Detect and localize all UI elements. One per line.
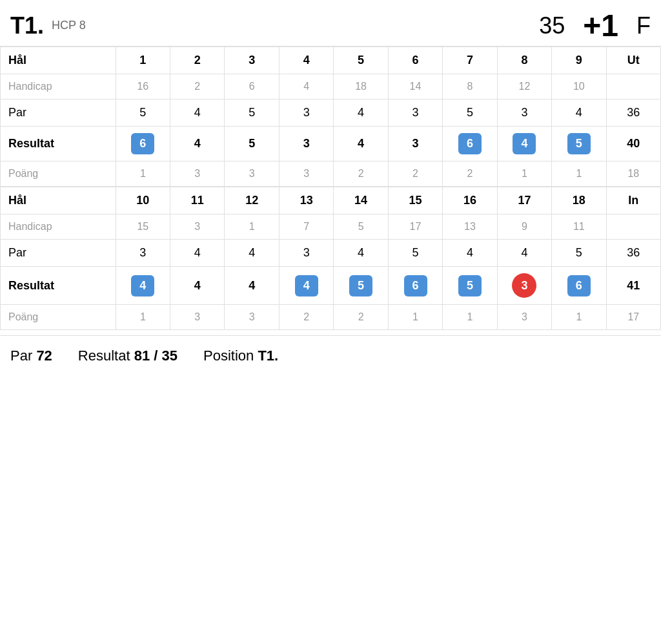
back9-poang-in: 17	[606, 305, 660, 330]
footer-par-value: 72	[36, 348, 52, 364]
front9-poang-8: 1	[497, 161, 551, 187]
front9-res-3: 5	[225, 127, 279, 161]
front9-par-7: 5	[443, 99, 497, 127]
front9-hcp-5: 18	[334, 74, 388, 99]
back9-res-13: 4	[279, 267, 333, 305]
back9-par-13: 3	[279, 240, 333, 267]
header-score: 35	[539, 12, 565, 39]
front9-res-2: 4	[170, 127, 225, 161]
front9-resultat-row: Resultat 6 4 5 3 4 3 6 4 5 40	[1, 127, 661, 161]
back9-hole-13: 13	[279, 187, 333, 214]
back9-handicap-label: Handicap	[1, 214, 116, 240]
footer-resultat: Resultat 81 / 35	[78, 348, 178, 364]
back9-poang-12: 3	[225, 305, 279, 330]
back9-hole-14: 14	[334, 187, 388, 214]
back9-res-16: 5	[443, 267, 497, 305]
front9-hcp-out	[606, 74, 660, 99]
back9-table: Hål 10 11 12 13 14 15 16 17 18 In Handic…	[0, 187, 661, 330]
back9-hcp-15: 17	[388, 214, 442, 240]
front9-poang-3: 3	[225, 161, 279, 187]
footer: Par 72 Resultat 81 / 35 Position T1.	[0, 336, 661, 376]
back9-in-label: In	[606, 187, 660, 214]
footer-par-label: Par	[10, 348, 32, 364]
back9-poang-13: 2	[279, 305, 333, 330]
front9-poang-label: Poäng	[1, 161, 116, 187]
front9-hcp-6: 14	[388, 74, 442, 99]
front9-table: Hål 1 2 3 4 5 6 7 8 9 Ut Handicap 16 2 6…	[0, 47, 661, 187]
front9-hal-label: Hål	[1, 47, 116, 74]
header: T1. HCP 8 35 +1 F	[0, 0, 661, 46]
front9-res-5: 4	[334, 127, 388, 161]
front9-par-row: Par 5 4 5 3 4 3 5 3 4 36	[1, 99, 661, 127]
front9-par-8: 3	[497, 99, 551, 127]
front9-hole-6: 6	[388, 47, 442, 74]
front9-par-6: 3	[388, 99, 442, 127]
back9-poang-16: 1	[443, 305, 497, 330]
back9-resultat-row: Resultat 4 4 4 4 5 6 5 3 6 41	[1, 267, 661, 305]
header-diff: +1	[583, 8, 618, 43]
back9-res-15: 6	[388, 267, 442, 305]
back9-hcp-16: 13	[443, 214, 497, 240]
back9-res-10: 4	[116, 267, 170, 305]
front9-poang-4: 3	[279, 161, 333, 187]
back9-par-18: 5	[552, 240, 606, 267]
back9-hole-12: 12	[225, 187, 279, 214]
front9-poang-9: 1	[552, 161, 606, 187]
front9-hole-8: 8	[497, 47, 551, 74]
footer-resultat-value: 81 / 35	[134, 348, 178, 364]
back9-par-17: 4	[497, 240, 551, 267]
back9-res-12: 4	[225, 267, 279, 305]
back9-par-11: 4	[170, 240, 225, 267]
front9-poang-7: 2	[443, 161, 497, 187]
front9-handicap-label: Handicap	[1, 74, 116, 99]
footer-resultat-label: Resultat	[78, 348, 130, 364]
back9-poang-15: 1	[388, 305, 442, 330]
back9-hcp-11: 3	[170, 214, 225, 240]
front9-poang-1: 1	[116, 161, 170, 187]
back9-res-17: 3	[497, 267, 551, 305]
back9-hole-16: 16	[443, 187, 497, 214]
back9-poang-14: 2	[334, 305, 388, 330]
front9-par-5: 4	[334, 99, 388, 127]
footer-position: Position T1.	[203, 348, 278, 364]
front9-res-8: 4	[497, 127, 551, 161]
front9-hal-row: Hål 1 2 3 4 5 6 7 8 9 Ut	[1, 47, 661, 74]
back9-poang-10: 1	[116, 305, 170, 330]
front9-poang-6: 2	[388, 161, 442, 187]
back9-par-12: 4	[225, 240, 279, 267]
front9-hole-7: 7	[443, 47, 497, 74]
front9-res-1: 6	[116, 127, 170, 161]
front9-hcp-9: 10	[552, 74, 606, 99]
back9-hcp-14: 5	[334, 214, 388, 240]
back9-hcp-18: 11	[552, 214, 606, 240]
back9-res-14: 5	[334, 267, 388, 305]
front9-hole-2: 2	[170, 47, 225, 74]
header-position: T1.	[10, 12, 44, 39]
back9-hcp-12: 1	[225, 214, 279, 240]
back9-poang-18: 1	[552, 305, 606, 330]
back9-poang-17: 3	[497, 305, 551, 330]
back9-resultat-label: Resultat	[1, 267, 116, 305]
back9-hcp-10: 15	[116, 214, 170, 240]
footer-par: Par 72	[10, 348, 52, 364]
front9-par-label: Par	[1, 99, 116, 127]
back9-hal-label: Hål	[1, 187, 116, 214]
front9-poang-row: Poäng 1 3 3 3 2 2 2 1 1 18	[1, 161, 661, 187]
front9-hcp-2: 2	[170, 74, 225, 99]
front9-hcp-1: 16	[116, 74, 170, 99]
back9-par-10: 3	[116, 240, 170, 267]
back9-par-row: Par 3 4 4 3 4 5 4 4 5 36	[1, 240, 661, 267]
front9-resultat-label: Resultat	[1, 127, 116, 161]
back9-hcp-13: 7	[279, 214, 333, 240]
front9-hcp-7: 8	[443, 74, 497, 99]
front9-par-1: 5	[116, 99, 170, 127]
back9-poang-11: 3	[170, 305, 225, 330]
back9-hcp-in	[606, 214, 660, 240]
back9-hole-11: 11	[170, 187, 225, 214]
front9-poang-out: 18	[606, 161, 660, 187]
back9-hcp-17: 9	[497, 214, 551, 240]
back9-res-in: 41	[606, 267, 660, 305]
header-status: F	[636, 12, 651, 39]
front9-hcp-4: 4	[279, 74, 333, 99]
front9-hcp-3: 6	[225, 74, 279, 99]
